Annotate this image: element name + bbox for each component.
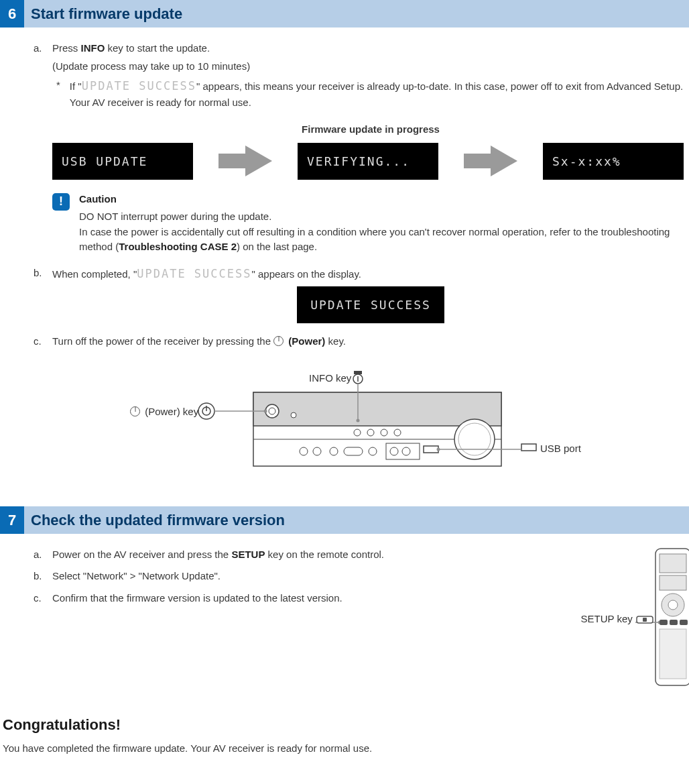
step-6a-note: (Update process may take up to 10 minute… bbox=[52, 59, 689, 74]
receiver-diagram-svg bbox=[52, 359, 655, 493]
lcd-update-success: UPDATE SUCCESS bbox=[297, 286, 444, 323]
lcd-usb-update: USB UPDATE bbox=[52, 143, 193, 180]
step-7c-marker: c. bbox=[34, 591, 42, 606]
caution-line1: DO NOT interrupt power during the update… bbox=[79, 209, 689, 225]
usb-port-label: USB port bbox=[540, 441, 581, 457]
svg-rect-15 bbox=[344, 447, 363, 455]
step-6a-marker: a. bbox=[34, 41, 42, 56]
step-6a-asterisk-note: * If "UPDATE SUCCESS" appears, this mean… bbox=[52, 78, 689, 110]
lcd-text-inline: UPDATE SUCCESS bbox=[82, 79, 196, 93]
caution-title: Caution bbox=[79, 192, 689, 207]
svg-rect-42 bbox=[670, 620, 678, 625]
step-6b: b. When completed, "UPDATE SUCCESS" appe… bbox=[52, 266, 689, 324]
section-6-header: 6 Start firmware update bbox=[0, 0, 689, 27]
step-6a-text: Press INFO key to start the update. bbox=[52, 42, 210, 54]
svg-rect-38 bbox=[660, 575, 686, 590]
svg-point-35 bbox=[437, 447, 440, 451]
congratulations-title: Congratulations! bbox=[0, 714, 689, 736]
svg-rect-25 bbox=[354, 371, 362, 374]
svg-point-7 bbox=[291, 412, 296, 418]
step-7a-marker: a. bbox=[34, 547, 42, 563]
section-6-title: Start firmware update bbox=[24, 0, 189, 27]
svg-point-11 bbox=[394, 429, 401, 436]
arrow-icon bbox=[218, 146, 272, 176]
section-6-number: 6 bbox=[0, 0, 24, 27]
svg-rect-20 bbox=[424, 446, 438, 453]
step-7b: b. Select "Network" > "Network Update". bbox=[52, 569, 556, 584]
lcd-text-inline: UPDATE SUCCESS bbox=[137, 267, 251, 280]
section-7-title: Check the updated firmware version bbox=[24, 506, 292, 534]
section-7-body: SETUP key a. Power on the AV receiver an… bbox=[0, 542, 689, 695]
svg-point-46 bbox=[658, 620, 660, 624]
congratulations-text: You have completed the firmware update. … bbox=[0, 741, 689, 757]
step-6b-marker: b. bbox=[34, 266, 42, 281]
svg-rect-33 bbox=[521, 444, 536, 451]
step-7a: a. Power on the AV receiver and press th… bbox=[52, 547, 556, 563]
svg-point-14 bbox=[330, 447, 338, 455]
step-6c-marker: c. bbox=[34, 334, 42, 349]
caution-icon: ! bbox=[52, 193, 70, 211]
svg-point-13 bbox=[313, 447, 321, 455]
step-6a: a. Press INFO key to start the update. (… bbox=[52, 41, 689, 255]
svg-point-12 bbox=[300, 447, 308, 455]
caution-line2: In case the power is accidentally cut of… bbox=[79, 225, 689, 255]
step-6c: c. Turn off the power of the receiver by… bbox=[52, 334, 689, 493]
svg-rect-44 bbox=[660, 629, 686, 679]
svg-point-22 bbox=[458, 423, 491, 455]
svg-point-9 bbox=[367, 429, 374, 436]
svg-point-6 bbox=[269, 408, 275, 414]
power-key-label: (Power) key bbox=[130, 404, 198, 420]
svg-marker-1 bbox=[464, 146, 517, 176]
svg-point-27 bbox=[357, 418, 360, 422]
remote-diagram: SETUP key bbox=[621, 547, 689, 688]
step-7b-marker: b. bbox=[34, 569, 42, 584]
step-7c: c. Confirm that the firmware version is … bbox=[52, 591, 556, 606]
power-icon bbox=[130, 406, 140, 416]
svg-rect-43 bbox=[680, 620, 688, 625]
svg-rect-41 bbox=[660, 620, 668, 625]
svg-point-8 bbox=[354, 429, 361, 436]
lcd-progress-pct: Sx-x:xx% bbox=[543, 143, 684, 180]
section-7-header: 7 Check the updated firmware version bbox=[0, 506, 689, 534]
svg-rect-3 bbox=[253, 392, 501, 426]
svg-marker-0 bbox=[218, 146, 272, 176]
progress-title: Firmware update in progress bbox=[52, 122, 689, 137]
svg-point-16 bbox=[369, 447, 377, 455]
svg-point-32 bbox=[264, 409, 267, 412]
lcd-verifying: VERIFYING... bbox=[298, 143, 438, 180]
svg-point-19 bbox=[402, 447, 410, 455]
caution-block: ! Caution DO NOT interrupt power during … bbox=[52, 192, 689, 255]
svg-point-18 bbox=[390, 447, 398, 455]
svg-point-10 bbox=[381, 429, 387, 436]
setup-key-label: SETUP key bbox=[581, 612, 654, 627]
section-6-body: a. Press INFO key to start the update. (… bbox=[0, 36, 689, 506]
power-icon bbox=[273, 336, 284, 346]
receiver-diagram: INFO key (Power) key USB port bbox=[52, 359, 689, 493]
svg-point-40 bbox=[668, 600, 678, 610]
section-7-number: 7 bbox=[0, 506, 24, 534]
progress-row: USB UPDATE VERIFYING... Sx-x:xx% bbox=[52, 143, 689, 180]
info-key-label: INFO key bbox=[309, 371, 351, 386]
arrow-icon bbox=[464, 146, 517, 176]
svg-rect-48 bbox=[643, 618, 647, 622]
svg-rect-37 bbox=[660, 554, 686, 573]
asterisk-marker: * bbox=[56, 78, 60, 110]
